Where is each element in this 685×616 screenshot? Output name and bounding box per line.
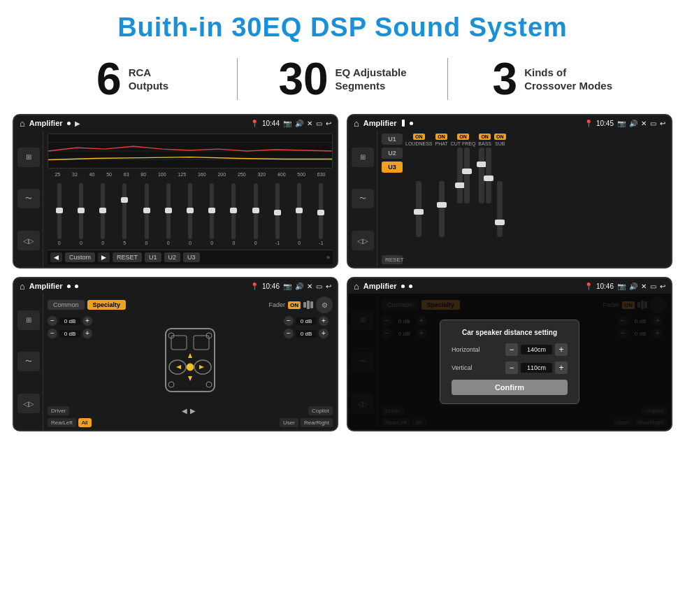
horizontal-plus[interactable]: + — [555, 343, 568, 356]
sp-all[interactable]: All — [78, 418, 92, 427]
slider-bass-g[interactable] — [486, 148, 491, 203]
sp-driver[interactable]: Driver — [48, 406, 69, 415]
settings-icon-3[interactable]: ⚙ — [316, 296, 333, 313]
preset-u3[interactable]: U3 — [183, 252, 200, 262]
db-minus-3[interactable]: − — [284, 316, 294, 326]
db-minus-1[interactable]: − — [48, 316, 57, 326]
stat-divider-2 — [447, 58, 448, 100]
status-bar-4: ⌂ Amplifier 📍 10:46 📷 🔊 ✕ ▭ ↩ — [348, 278, 671, 294]
speaker-screen: ⌂ Amplifier 📍 10:46 📷 🔊 ✕ ▭ ↩ ⊞ 〜 ◁▷ — [13, 277, 338, 431]
fader-on-3: ON — [288, 301, 301, 309]
db-minus-4[interactable]: − — [284, 329, 294, 338]
tab-common-3[interactable]: Common — [48, 300, 85, 310]
db-plus-4[interactable]: + — [319, 329, 329, 338]
slider-track-9[interactable] — [254, 183, 258, 239]
dot-3a — [67, 285, 71, 288]
sp-btn-1[interactable]: ⊞ — [17, 310, 40, 330]
slider-track-2[interactable] — [101, 183, 105, 239]
cx-btn-2[interactable]: 〜 — [352, 189, 374, 208]
sp-copilot[interactable]: Copilot — [308, 406, 333, 415]
next-btn[interactable]: ▶ — [98, 252, 110, 262]
slider-track-11[interactable] — [297, 183, 301, 239]
dot-pause-2 — [402, 120, 405, 127]
slider-track-8[interactable] — [231, 183, 236, 239]
slider-track-6[interactable] — [188, 183, 192, 239]
preset-u2[interactable]: U2 — [164, 252, 181, 262]
right-controls: − 0 dB + − 0 dB + — [284, 316, 333, 403]
vertical-plus[interactable]: + — [555, 361, 568, 374]
slider-track-0[interactable] — [57, 183, 62, 239]
car-diagram-container — [101, 316, 280, 403]
slider-val-10: -1 — [275, 241, 280, 245]
volume-icon-2: 🔊 — [629, 120, 637, 127]
channel-list: U1 U2 U3 RESET — [382, 134, 403, 264]
eq-slider-8: 0 — [224, 183, 244, 245]
preset-u1[interactable]: U1 — [145, 252, 161, 262]
slider-cutfreq-g[interactable] — [464, 148, 470, 203]
thumb-cutfreq-g — [462, 169, 472, 174]
slider-track-7[interactable] — [210, 183, 214, 239]
slider-phat[interactable] — [439, 181, 445, 237]
speaker-tabs: Common Specialty Fader ON ⚙ — [48, 296, 333, 313]
slider-track-4[interactable] — [145, 183, 149, 239]
camera-icon-1: 📷 — [283, 120, 291, 127]
slider-track-1[interactable] — [79, 183, 83, 239]
db-plus-1[interactable]: + — [82, 316, 92, 326]
crossover-reset[interactable]: RESET — [382, 255, 403, 264]
sp-rearleft[interactable]: RearLeft — [48, 418, 76, 427]
db-val-3: 0 dB — [296, 317, 317, 325]
back-icon-1[interactable]: ↩ — [326, 120, 331, 127]
sp-user[interactable]: User — [280, 418, 298, 427]
db-row-1: − 0 dB + — [48, 316, 96, 326]
channel-u1[interactable]: U1 — [382, 134, 403, 145]
channel-u2[interactable]: U2 — [382, 148, 403, 159]
home-icon-2[interactable]: ⌂ — [354, 118, 359, 129]
cx-btn-1[interactable]: ⊞ — [352, 148, 374, 167]
horizontal-value: 140cm — [521, 345, 552, 354]
back-icon-3[interactable]: ↩ — [326, 282, 331, 290]
dialog-horizontal-label: Horizontal — [452, 346, 480, 353]
home-icon-1[interactable]: ⌂ — [20, 118, 25, 129]
db-plus-3[interactable]: + — [319, 316, 329, 326]
slider-track-5[interactable] — [166, 183, 171, 239]
prev-btn[interactable]: ◀ — [50, 252, 62, 262]
vertical-minus[interactable]: − — [505, 361, 518, 374]
home-icon-4[interactable]: ⌂ — [354, 281, 359, 292]
db-plus-2[interactable]: + — [82, 329, 92, 338]
stat-number-rca: 6 — [96, 57, 122, 101]
left-arrow[interactable]: ◀ — [182, 407, 187, 415]
eq-graph — [48, 134, 333, 169]
db-minus-2[interactable]: − — [48, 329, 57, 338]
preset-custom[interactable]: Custom — [65, 252, 95, 262]
right-arrow[interactable]: ▶ — [190, 407, 196, 415]
spacer-3 — [94, 418, 278, 427]
slider-track-12[interactable] — [319, 183, 323, 239]
eq-btn-1[interactable]: ⊞ — [17, 148, 40, 167]
db-val-4: 0 dB — [296, 330, 317, 338]
svg-point-16 — [206, 382, 212, 387]
slider-track-3[interactable] — [122, 183, 127, 239]
slider-cutfreq-f[interactable] — [457, 148, 463, 203]
slider-loudness[interactable] — [416, 181, 421, 237]
horizontal-minus[interactable]: − — [505, 343, 518, 356]
fader-bars-3 — [303, 301, 313, 309]
window-icon-3: ▭ — [316, 282, 322, 290]
eq-bottom-bar: ◀ Custom ▶ RESET U1 U2 U3 » — [48, 250, 333, 264]
slider-thumb-1 — [78, 208, 85, 213]
eq-btn-2[interactable]: 〜 — [17, 189, 40, 208]
eq-btn-3[interactable]: ◁▷ — [17, 231, 40, 250]
sp-rearright[interactable]: RearRight — [301, 418, 333, 427]
confirm-button[interactable]: Confirm — [452, 380, 568, 395]
db-val-2: 0 dB — [59, 330, 80, 338]
sp-btn-2[interactable]: 〜 — [17, 352, 40, 371]
tab-specialty-3[interactable]: Specialty — [87, 300, 127, 310]
back-icon-2[interactable]: ↩ — [660, 120, 665, 127]
preset-reset[interactable]: RESET — [113, 252, 142, 262]
back-icon-4[interactable]: ↩ — [660, 282, 665, 290]
sp-btn-3[interactable]: ◁▷ — [17, 394, 40, 413]
home-icon-3[interactable]: ⌂ — [20, 281, 25, 292]
slider-sub[interactable] — [497, 181, 503, 237]
cx-btn-3[interactable]: ◁▷ — [352, 231, 374, 250]
slider-track-10[interactable] — [275, 183, 280, 239]
channel-u3[interactable]: U3 — [382, 162, 403, 173]
